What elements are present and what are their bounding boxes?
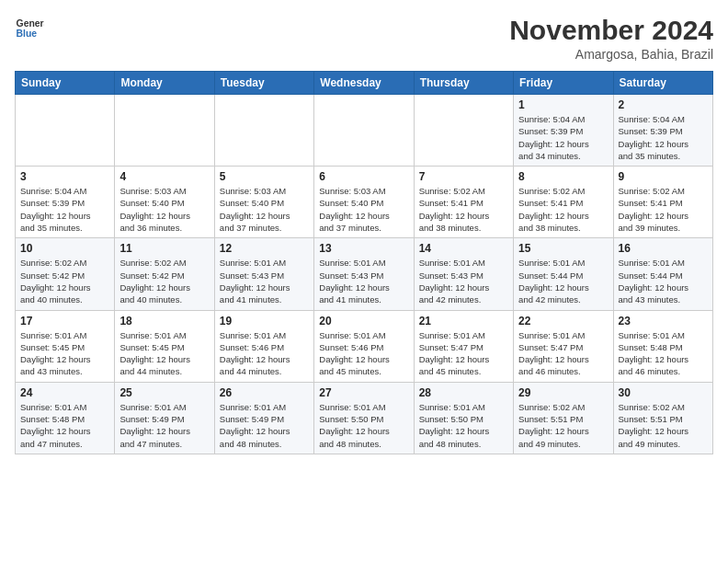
day-info: Sunrise: 5:01 AMSunset: 5:43 PMDaylight:… (220, 257, 309, 305)
calendar-cell: 16Sunrise: 5:01 AMSunset: 5:44 PMDayligh… (613, 238, 712, 310)
svg-text:General: General (17, 18, 44, 29)
day-info: Sunrise: 5:01 AMSunset: 5:47 PMDaylight:… (518, 329, 608, 378)
day-number: 21 (419, 315, 508, 327)
day-info: Sunrise: 5:01 AMSunset: 5:50 PMDaylight:… (419, 401, 508, 450)
calendar-cell (16, 95, 115, 167)
day-number: 4 (119, 170, 209, 183)
col-tuesday: Tuesday (214, 72, 313, 95)
day-number: 12 (220, 242, 309, 255)
day-info: Sunrise: 5:01 AMSunset: 5:44 PMDaylight:… (518, 257, 608, 305)
day-info: Sunrise: 5:01 AMSunset: 5:43 PMDaylight:… (419, 257, 508, 305)
calendar-cell: 19Sunrise: 5:01 AMSunset: 5:46 PMDayligh… (214, 310, 313, 382)
day-number: 7 (419, 170, 508, 183)
week-row-2: 3Sunrise: 5:04 AMSunset: 5:39 PMDaylight… (16, 167, 713, 238)
calendar-cell: 30Sunrise: 5:02 AMSunset: 5:51 PMDayligh… (613, 382, 712, 454)
day-info: Sunrise: 5:01 AMSunset: 5:46 PMDaylight:… (319, 329, 408, 378)
day-number: 15 (518, 242, 608, 255)
calendar-cell: 5Sunrise: 5:03 AMSunset: 5:40 PMDaylight… (214, 167, 313, 238)
calendar-cell: 14Sunrise: 5:01 AMSunset: 5:43 PMDayligh… (414, 238, 513, 310)
day-number: 1 (518, 98, 608, 111)
calendar-cell (115, 95, 214, 167)
calendar-cell: 21Sunrise: 5:01 AMSunset: 5:47 PMDayligh… (414, 310, 513, 382)
calendar-cell: 1Sunrise: 5:04 AMSunset: 5:39 PMDaylight… (514, 95, 613, 167)
calendar-cell: 7Sunrise: 5:02 AMSunset: 5:41 PMDaylight… (414, 167, 513, 238)
logo-icon: General Blue (15, 15, 44, 40)
calendar-header-row: Sunday Monday Tuesday Wednesday Thursday… (16, 72, 713, 95)
day-number: 28 (419, 386, 508, 399)
day-info: Sunrise: 5:02 AMSunset: 5:41 PMDaylight:… (419, 185, 508, 234)
day-info: Sunrise: 5:02 AMSunset: 5:51 PMDaylight:… (619, 401, 708, 450)
day-number: 22 (518, 315, 608, 327)
day-number: 13 (319, 242, 408, 255)
day-info: Sunrise: 5:04 AMSunset: 5:39 PMDaylight:… (20, 185, 109, 234)
calendar-cell: 2Sunrise: 5:04 AMSunset: 5:39 PMDaylight… (613, 95, 712, 167)
month-title: November 2024 (509, 15, 713, 45)
day-info: Sunrise: 5:03 AMSunset: 5:40 PMDaylight:… (119, 185, 209, 234)
day-info: Sunrise: 5:03 AMSunset: 5:40 PMDaylight:… (220, 185, 309, 234)
day-info: Sunrise: 5:04 AMSunset: 5:39 PMDaylight:… (619, 113, 708, 162)
week-row-5: 24Sunrise: 5:01 AMSunset: 5:48 PMDayligh… (16, 382, 713, 454)
day-number: 25 (119, 386, 209, 399)
calendar-cell: 13Sunrise: 5:01 AMSunset: 5:43 PMDayligh… (314, 238, 414, 310)
day-number: 14 (419, 242, 508, 255)
day-info: Sunrise: 5:01 AMSunset: 5:50 PMDaylight:… (319, 401, 408, 450)
calendar-cell: 18Sunrise: 5:01 AMSunset: 5:45 PMDayligh… (115, 310, 214, 382)
day-number: 16 (619, 242, 708, 255)
col-sunday: Sunday (16, 72, 115, 95)
calendar-cell (214, 95, 313, 167)
day-info: Sunrise: 5:04 AMSunset: 5:39 PMDaylight:… (518, 113, 608, 162)
day-number: 24 (20, 386, 109, 399)
page: General Blue November 2024 Amargosa, Bah… (0, 0, 728, 465)
day-number: 30 (619, 386, 708, 399)
calendar-cell (414, 95, 513, 167)
calendar-cell: 25Sunrise: 5:01 AMSunset: 5:49 PMDayligh… (115, 382, 214, 454)
day-number: 29 (518, 386, 608, 399)
day-info: Sunrise: 5:02 AMSunset: 5:51 PMDaylight:… (518, 401, 608, 450)
day-info: Sunrise: 5:01 AMSunset: 5:44 PMDaylight:… (619, 257, 708, 305)
calendar-cell: 27Sunrise: 5:01 AMSunset: 5:50 PMDayligh… (314, 382, 414, 454)
day-number: 19 (220, 315, 309, 327)
day-number: 27 (319, 386, 408, 399)
day-number: 2 (619, 98, 708, 111)
calendar-cell: 24Sunrise: 5:01 AMSunset: 5:48 PMDayligh… (16, 382, 115, 454)
day-number: 8 (518, 170, 608, 183)
week-row-3: 10Sunrise: 5:02 AMSunset: 5:42 PMDayligh… (16, 238, 713, 310)
calendar-cell: 8Sunrise: 5:02 AMSunset: 5:41 PMDaylight… (514, 167, 613, 238)
calendar-cell: 26Sunrise: 5:01 AMSunset: 5:49 PMDayligh… (214, 382, 313, 454)
day-number: 10 (20, 242, 109, 255)
day-number: 20 (319, 315, 408, 327)
day-number: 26 (220, 386, 309, 399)
col-saturday: Saturday (613, 72, 712, 95)
calendar-cell: 12Sunrise: 5:01 AMSunset: 5:43 PMDayligh… (214, 238, 313, 310)
calendar-cell: 28Sunrise: 5:01 AMSunset: 5:50 PMDayligh… (414, 382, 513, 454)
calendar-cell: 22Sunrise: 5:01 AMSunset: 5:47 PMDayligh… (514, 310, 613, 382)
day-info: Sunrise: 5:02 AMSunset: 5:42 PMDaylight:… (20, 257, 109, 305)
calendar-cell: 10Sunrise: 5:02 AMSunset: 5:42 PMDayligh… (16, 238, 115, 310)
logo: General Blue (15, 15, 44, 40)
day-info: Sunrise: 5:02 AMSunset: 5:41 PMDaylight:… (518, 185, 608, 234)
calendar-cell: 29Sunrise: 5:02 AMSunset: 5:51 PMDayligh… (514, 382, 613, 454)
day-number: 6 (319, 170, 408, 183)
calendar: Sunday Monday Tuesday Wednesday Thursday… (15, 71, 713, 454)
calendar-cell: 9Sunrise: 5:02 AMSunset: 5:41 PMDaylight… (613, 167, 712, 238)
calendar-cell: 11Sunrise: 5:02 AMSunset: 5:42 PMDayligh… (115, 238, 214, 310)
calendar-cell: 20Sunrise: 5:01 AMSunset: 5:46 PMDayligh… (314, 310, 414, 382)
header: General Blue November 2024 Amargosa, Bah… (15, 15, 713, 62)
calendar-cell: 15Sunrise: 5:01 AMSunset: 5:44 PMDayligh… (514, 238, 613, 310)
day-info: Sunrise: 5:01 AMSunset: 5:43 PMDaylight:… (319, 257, 408, 305)
day-info: Sunrise: 5:01 AMSunset: 5:48 PMDaylight:… (20, 401, 109, 450)
day-number: 23 (619, 315, 708, 327)
col-wednesday: Wednesday (314, 72, 414, 95)
title-block: November 2024 Amargosa, Bahia, Brazil (509, 15, 713, 62)
day-info: Sunrise: 5:01 AMSunset: 5:49 PMDaylight:… (119, 401, 209, 450)
day-info: Sunrise: 5:01 AMSunset: 5:45 PMDaylight:… (20, 329, 109, 378)
day-number: 17 (20, 315, 109, 327)
calendar-cell: 6Sunrise: 5:03 AMSunset: 5:40 PMDaylight… (314, 167, 414, 238)
day-info: Sunrise: 5:01 AMSunset: 5:47 PMDaylight:… (419, 329, 508, 378)
day-info: Sunrise: 5:01 AMSunset: 5:48 PMDaylight:… (619, 329, 708, 378)
day-info: Sunrise: 5:01 AMSunset: 5:46 PMDaylight:… (220, 329, 309, 378)
location: Amargosa, Bahia, Brazil (509, 47, 713, 62)
week-row-1: 1Sunrise: 5:04 AMSunset: 5:39 PMDaylight… (16, 95, 713, 167)
calendar-cell: 23Sunrise: 5:01 AMSunset: 5:48 PMDayligh… (613, 310, 712, 382)
calendar-cell: 3Sunrise: 5:04 AMSunset: 5:39 PMDaylight… (16, 167, 115, 238)
